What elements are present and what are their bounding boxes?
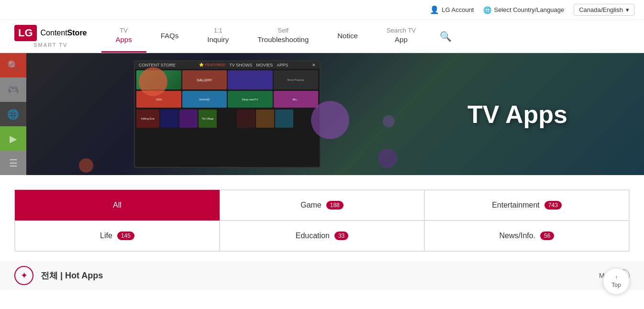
content-store-label: CONTENT STORE [139, 63, 176, 67]
category-entertainment-label: Entertainment [492, 201, 540, 210]
tv-thumb-sm-3: Moja webTV [228, 91, 273, 108]
deco-circle-1 [311, 101, 349, 139]
tv-thumb-sm-4: Mo... [274, 91, 319, 108]
smart-tv-label: SMART TV [33, 42, 67, 48]
lg-logo: LG [14, 25, 37, 41]
tv-thumb-3 [228, 70, 273, 89]
top-arrow-icon: ↑ [615, 274, 618, 281]
hot-icon: ✦ [14, 266, 33, 285]
nav-faqs-label: FAQs [161, 31, 179, 41]
account-link[interactable]: 👤 LG Account [430, 5, 474, 14]
category-education-label: Education [296, 232, 330, 240]
close-icon: ✕ [312, 63, 316, 67]
sidebar-globe-icon: 🌐 [0, 102, 26, 126]
nav-item-self-troubleshooting[interactable]: Self Troubleshooting [243, 20, 323, 53]
nav-notice-label: Notice [337, 31, 358, 41]
nav-item-inquiry[interactable]: 1:1 Inquiry [193, 20, 243, 53]
category-education-badge: 33 [334, 232, 348, 240]
chevron-down-icon: ▾ [626, 6, 629, 13]
category-news-badge: 56 [540, 232, 554, 240]
hot-apps-title: 전체 | Hot Apps [41, 270, 103, 281]
sidebar-play-icon: ▶ [0, 126, 26, 151]
nav-inquiry-top: 1:1 [214, 27, 222, 35]
deco-circle-4 [139, 67, 167, 96]
logo-wrapper: LG ContentStore [14, 25, 87, 41]
category-all-label: All [113, 201, 122, 210]
top-label: Top [611, 282, 621, 288]
category-entertainment-badge: 743 [544, 201, 562, 210]
hot-apps-section: ✦ 전체 | Hot Apps More + [0, 261, 644, 290]
category-life-label: Life [100, 232, 112, 240]
category-game-label: Game [300, 201, 322, 210]
hero-sidebar-icons: 🔍 🎮 🌐 ▶ ☰ [0, 53, 26, 175]
store-text: Store [67, 29, 87, 37]
language-dropdown[interactable]: Canada/English ▾ [574, 4, 634, 16]
nav-self-bottom: Troubleshooting [257, 35, 309, 44]
current-language: Canada/English [579, 6, 623, 13]
category-news-label: News/Info. [500, 232, 536, 240]
logo-area: LG ContentStore SMART TV [0, 20, 101, 53]
deco-circle-3 [383, 115, 395, 127]
category-btn-life[interactable]: Life 145 [15, 221, 220, 251]
category-btn-game[interactable]: Game 188 [220, 190, 424, 221]
tv-thumb-row2: HSN SHAHID Moja webTV Mo... [135, 91, 320, 109]
nav-search-bottom: App [395, 35, 408, 44]
nav-inquiry-bottom: Inquiry [207, 35, 229, 44]
deco-circle-2 [378, 149, 397, 168]
nav-search-top: Search TV [387, 27, 416, 35]
content-text: Content [41, 29, 67, 37]
header-top-bar: 👤 LG Account 🌐 Select Country/Language C… [0, 0, 644, 20]
fire-icon: ✦ [21, 270, 28, 281]
deco-circle-5 [79, 158, 93, 173]
category-section: All Game 188 Entertainment 743 Life 145 … [0, 175, 644, 261]
category-btn-all[interactable]: All [15, 190, 220, 221]
account-label: LG Account [442, 6, 474, 13]
nav-tv-bottom: Apps [116, 35, 132, 44]
category-btn-entertainment[interactable]: Entertainment 743 [424, 190, 629, 221]
category-grid: All Game 188 Entertainment 743 Life 145 … [14, 189, 630, 252]
main-nav: TV Apps FAQs 1:1 Inquiry Self Troublesho… [101, 20, 644, 53]
tv-bottom-row: Killing Eve The Village [135, 109, 320, 129]
tab-featured: ⭐ FEATURED [199, 63, 225, 67]
tv-thumb-2: GALLERY [182, 70, 227, 89]
nav-item-faqs[interactable]: FAQs [146, 20, 193, 53]
tv-thumb-4: Most Popular [274, 70, 319, 89]
language-selector[interactable]: 🌐 Select Country/Language [483, 6, 564, 14]
hero-title: TV Apps [467, 100, 567, 129]
nav-item-tv-apps[interactable]: TV Apps [101, 20, 146, 53]
tab-apps: APPS [277, 63, 288, 67]
category-life-badge: 145 [117, 232, 134, 240]
nav-tv-top: TV [120, 27, 128, 35]
search-button[interactable]: 🔍 [430, 20, 461, 53]
sidebar-menu-icon: ☰ [0, 151, 26, 175]
category-btn-news-info[interactable]: News/Info. 56 [424, 221, 629, 251]
header-main: LG ContentStore SMART TV TV Apps FAQs 1:… [0, 20, 644, 53]
brand-name: ContentStore [41, 29, 87, 37]
globe-icon: 🌐 [483, 6, 491, 14]
nav-item-search-app[interactable]: Search TV App [372, 20, 430, 53]
search-icon: 🔍 [440, 31, 452, 42]
hero-banner: 🔍 🎮 🌐 ▶ ☰ CONTENT STORE ⭐ FEATURED TV SH… [0, 53, 644, 175]
tv-tabs: ⭐ FEATURED TV SHOWS MOVIES APPS [199, 63, 288, 67]
tab-movies: MOVIES [256, 63, 273, 67]
nav-item-notice[interactable]: Notice [323, 20, 372, 53]
category-btn-education[interactable]: Education 33 [220, 221, 424, 251]
tv-screen-header: CONTENT STORE ⭐ FEATURED TV SHOWS MOVIES… [135, 61, 320, 69]
nav-self-top: Self [278, 27, 289, 35]
tv-thumb-sm-2: SHAHID [182, 91, 227, 108]
tab-tv-shows: TV SHOWS [229, 63, 252, 67]
account-icon: 👤 [430, 5, 439, 14]
select-language-label: Select Country/Language [494, 6, 564, 13]
hot-apps-left: ✦ 전체 | Hot Apps [14, 266, 103, 285]
sidebar-search-icon: 🔍 [0, 53, 26, 77]
category-game-badge: 188 [326, 201, 344, 210]
sidebar-game-icon: 🎮 [0, 77, 26, 102]
